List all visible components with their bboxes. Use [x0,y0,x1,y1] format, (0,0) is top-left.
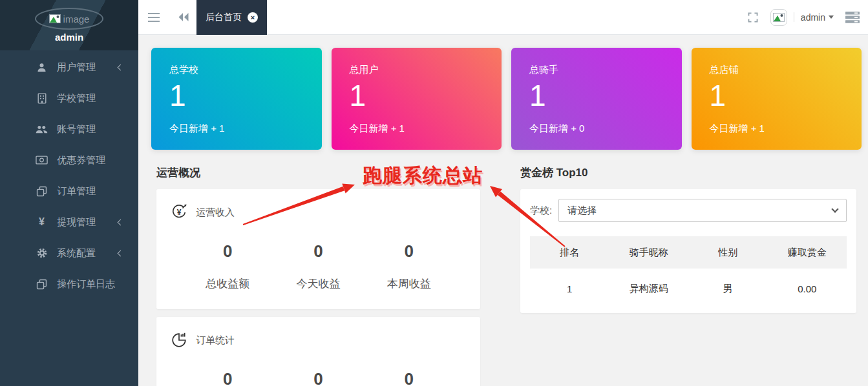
table-cell-nickname: 异构源码 [609,283,689,295]
stat-card-title: 总学校 [169,64,322,76]
sidebar-nav: 用户管理 学校管理 账号管理 优惠券管理 [0,50,138,300]
stat-card-title: 总骑手 [529,64,682,76]
stat-card-value: 1 [169,80,322,111]
topbar: 后台首页 × admin [138,0,868,35]
pie-chart-icon [171,331,187,350]
svg-text:¥: ¥ [177,208,182,217]
orders-panel-title: 订单统计 [196,334,235,347]
main-area: 后台首页 × admin [138,0,868,386]
income-panel-title: 运营收入 [196,207,235,219]
income-panel: ¥ 运营收入 0 总收益额 0 今天收益 [156,189,480,309]
stat-card-row: 总学校 1 今日新增 + 1 总用户 1 今日新增 + 1 总骑手 1 今日新增… [151,48,862,150]
table-header-cell: 性别 [688,247,768,259]
sidebar-item-label: 用户管理 [57,61,96,74]
sidebar-item-coupon-management[interactable]: 优惠券管理 [0,145,138,176]
stat-card-shops: 总店铺 1 今日新增 + 1 [692,48,862,150]
stat-card-value: 1 [710,80,862,111]
sidebar-item-label: 订单管理 [57,185,96,198]
table-header-cell: 骑手昵称 [609,247,689,259]
stat-value: 0 [182,369,273,386]
stat-value: 0 [273,369,363,386]
stat-card-value: 1 [350,80,502,111]
sidebar-item-system-config[interactable]: 系统配置 [0,238,138,269]
money-circle-icon: ¥ [171,203,187,222]
table-row: 1 异构源码 男 0.00 [530,274,847,303]
income-stat: 0 本周收益 [364,241,454,291]
menu-toggle-icon[interactable] [148,12,160,23]
table-cell-rank: 1 [530,283,609,294]
bounty-table: 排名 骑手昵称 性别 赚取赏金 1 异构源码 男 0.00 [530,236,847,303]
avatar[interactable] [770,9,787,26]
sidebar-item-label: 账号管理 [57,123,96,136]
user-menu-label[interactable]: admin [801,12,825,23]
tab-dashboard[interactable]: 后台首页 × [196,0,267,35]
stat-value: 0 [182,241,273,261]
school-icon [36,93,48,104]
stat-value: 0 [364,369,454,386]
server-list-icon[interactable] [845,12,860,23]
stat-label: 今天收益 [273,276,363,291]
coupon-icon [36,156,48,165]
stat-card-delta: 今日新增 + 0 [529,123,682,135]
income-stat: 0 总收益额 [182,241,273,291]
sidebar-item-account-management[interactable]: 账号管理 [0,114,138,145]
bounty-section-title: 赏金榜 Top10 [520,165,856,180]
income-stat: 0 今天收益 [273,241,363,291]
orders-stat: 0 [273,369,363,386]
sidebar-item-order-management[interactable]: 订单管理 [0,176,138,207]
broken-image-icon [773,13,785,22]
sidebar-item-withdraw-management[interactable]: ¥ 提现管理 [0,207,138,238]
withdraw-icon: ¥ [36,216,48,228]
logo-text: image [63,14,90,25]
chevron-down-icon [831,205,838,212]
close-icon[interactable]: × [248,12,258,23]
table-header-row: 排名 骑手昵称 性别 赚取赏金 [530,236,847,269]
orders-stat: 0 [182,369,273,386]
bounty-column: 赏金榜 Top10 学校: 请选择 排名 骑手昵 [520,165,856,386]
stat-card-delta: 今日新增 + 1 [710,123,862,135]
sidebar-logo-panel: image admin [0,0,138,50]
stat-card-value: 1 [529,80,682,111]
stat-card-users: 总用户 1 今日新增 + 1 [332,48,502,150]
stat-value: 0 [273,241,363,261]
table-cell-bounty: 0.00 [768,283,847,294]
sidebar: image admin 用户管理 学校管理 [0,0,138,386]
chevron-left-icon [118,64,124,70]
chevron-left-icon [118,219,124,225]
collapse-tabs-icon[interactable] [177,12,190,22]
table-header-cell: 排名 [530,247,609,259]
school-select[interactable]: 请选择 [558,199,847,222]
user-icon [36,62,48,73]
tab-label: 后台首页 [206,12,242,23]
sidebar-item-order-logs[interactable]: 操作订单日志 [0,269,138,300]
sidebar-item-school-management[interactable]: 学校管理 [0,83,138,114]
sidebar-item-label: 优惠券管理 [57,154,105,167]
stat-card-schools: 总学校 1 今日新增 + 1 [151,48,322,150]
logo-broken-image: image [35,8,103,30]
operations-column: 运营概况 ¥ 运营收入 0 总收益额 [156,165,480,386]
sidebar-item-label: 系统配置 [57,247,96,259]
table-header-cell: 赚取赏金 [768,247,847,259]
bounty-panel: 学校: 请选择 排名 骑手昵称 性别 赚取赏金 [520,189,856,313]
content: 总学校 1 今日新增 + 1 总用户 1 今日新增 + 1 总骑手 1 今日新增… [138,35,868,386]
sidebar-item-label: 提现管理 [57,216,96,229]
sidebar-item-label: 操作订单日志 [57,278,115,290]
accounts-icon [36,125,48,134]
app-window: image admin 用户管理 学校管理 [0,0,868,386]
sidebar-item-label: 学校管理 [57,92,96,105]
sidebar-item-user-management[interactable]: 用户管理 [0,52,138,83]
stat-card-delta: 今日新增 + 1 [350,123,502,135]
topbar-divider [794,12,794,22]
settings-icon [36,247,48,259]
logs-icon [36,279,48,290]
fullscreen-icon[interactable] [747,12,759,23]
stat-card-riders: 总骑手 1 今日新增 + 0 [511,48,682,150]
school-filter-label: 学校: [530,205,552,217]
sidebar-admin-name: admin [55,32,83,43]
orders-stat: 0 [364,369,454,386]
stat-card-title: 总用户 [350,64,502,76]
school-select-value: 请选择 [567,205,597,217]
caret-down-icon[interactable] [829,15,834,19]
table-cell-gender: 男 [688,283,768,295]
stat-label: 本周收益 [364,276,454,291]
